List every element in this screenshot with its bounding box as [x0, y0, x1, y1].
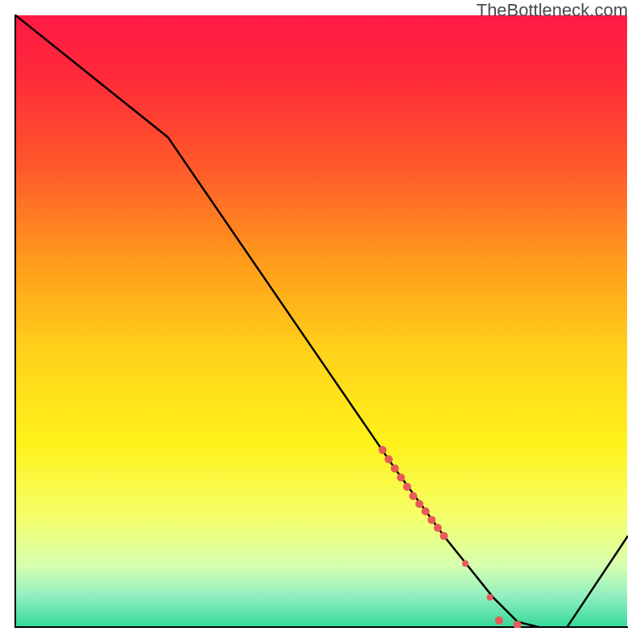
- chart-svg: [14, 14, 628, 628]
- scatter-point: [487, 594, 493, 601]
- scatter-point: [440, 532, 448, 540]
- scatter-point: [385, 455, 393, 463]
- scatter-point: [434, 524, 442, 532]
- scatter-point: [378, 446, 386, 454]
- scatter-point: [427, 516, 436, 524]
- scatter-point: [422, 507, 430, 515]
- scatter-point: [403, 483, 411, 491]
- scatter-point: [462, 560, 469, 567]
- chart-container: TheBottleneck.com: [0, 0, 644, 644]
- scatter-point: [415, 500, 423, 508]
- scatter-point: [390, 464, 398, 473]
- scatter-point: [397, 473, 405, 481]
- scatter-point: [409, 492, 417, 500]
- plot-area: [14, 14, 628, 628]
- scatter-point: [495, 617, 503, 625]
- watermark-text: TheBottleneck.com: [477, 0, 628, 21]
- gradient-rect: [15, 15, 627, 627]
